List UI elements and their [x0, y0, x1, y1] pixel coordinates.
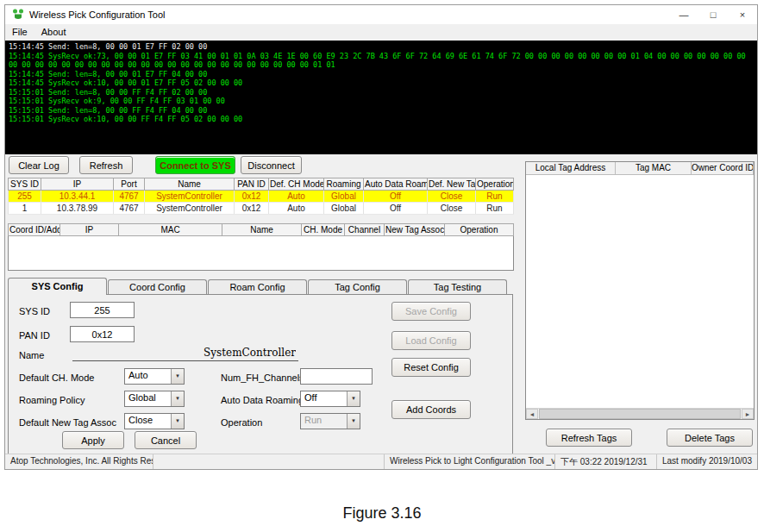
table-cell: 10.3.44.1 [41, 191, 114, 203]
column-header[interactable]: Operation [476, 178, 514, 191]
tab-roam-config[interactable]: Roam Config [208, 279, 307, 295]
table-cell: Auto [269, 191, 324, 203]
table-row[interactable]: 25510.3.44.14767SystemController0x12Auto… [9, 191, 514, 203]
auto-data-roaming-select[interactable]: Off ▼ [300, 391, 360, 407]
load-config-button: Load Config [391, 331, 471, 350]
figure-caption: Figure 3.16 [0, 504, 764, 523]
table-cell: Run [476, 203, 514, 215]
table-cell: 1 [9, 203, 41, 215]
column-header[interactable]: Name [222, 224, 302, 236]
menu-file[interactable]: File [5, 24, 34, 41]
column-header[interactable]: PAN ID [235, 178, 269, 191]
status-filler [153, 454, 385, 469]
tag-buttons: Refresh Tags Delete Tags [525, 429, 755, 447]
titlebar: Wireless Pick Configuration Tool — □ × [5, 5, 757, 24]
table-cell: Off [364, 191, 428, 203]
auto-data-roaming-label: Auto Data Roaming [221, 395, 304, 405]
column-header[interactable]: Channel [345, 224, 385, 236]
sys-controller-table[interactable]: SYS IDIPPortNamePAN IDDef. CH ModeRoamin… [8, 178, 514, 215]
log-line: 15:15:01 SysRecv ok:9, 00 00 FF F4 FF 03… [9, 97, 754, 106]
log-line: 15:15:01 Send: len=8, 00 00 FF F4 FF 02 … [9, 88, 754, 97]
table-row[interactable]: 110.3.78.994767SystemController0x12AutoG… [9, 203, 514, 215]
default-new-tag-assoc-select[interactable]: Close ▼ [124, 413, 185, 429]
tag-column-header[interactable]: Local Tag Address [526, 162, 616, 174]
clear-log-button[interactable]: Clear Log [9, 156, 69, 174]
operation-select: Run ▼ [300, 413, 360, 429]
reset-config-button[interactable]: Reset Config [391, 358, 471, 377]
column-header[interactable]: New Tag Assoc [385, 224, 445, 236]
window-title: Wireless Pick Configuration Tool [29, 9, 166, 20]
menu-about[interactable]: About [34, 24, 73, 41]
table-cell: 4767 [114, 191, 145, 203]
status-time: 下午 03:22 2019/12/31 [555, 454, 657, 469]
tag-listview[interactable]: Local Tag AddressTag MACOwner Coord ID ◄… [525, 161, 755, 420]
table-cell: SystemController [145, 203, 235, 215]
operation-value: Run [301, 414, 347, 429]
sys-id-label: SYS ID [19, 306, 50, 316]
log-line: 15:14:45 Send: len=8, 00 00 01 E7 FF 04 … [9, 70, 754, 79]
connect-to-sys-button[interactable]: Connect to SYS [155, 156, 235, 174]
column-header[interactable]: Def. New Tag [428, 178, 476, 191]
default-new-tag-assoc-value: Close [125, 414, 171, 429]
column-header[interactable]: IP [60, 224, 119, 236]
add-coords-button[interactable]: Add Coords [391, 400, 471, 419]
table-cell: Close [428, 203, 476, 215]
tab-sys-config[interactable]: SYS Config [8, 278, 107, 295]
chevron-down-icon: ▼ [171, 414, 184, 429]
scrollbar-thumb[interactable] [539, 409, 741, 419]
sys-id-input[interactable] [70, 302, 135, 318]
delete-tags-button[interactable]: Delete Tags [667, 429, 753, 447]
tab-coord-config[interactable]: Coord Config [108, 279, 207, 295]
apply-button[interactable]: Apply [62, 431, 124, 449]
refresh-button[interactable]: Refresh [79, 156, 133, 174]
config-tab-control: SYS ConfigCoord ConfigRoam ConfigTag Con… [8, 278, 513, 454]
log-line: 15:14:45 SysRecv ok:73, 00 00 01 E7 FF 0… [9, 52, 754, 70]
name-input[interactable] [72, 345, 298, 361]
disconnect-button[interactable]: Disconnect [241, 156, 302, 174]
maximize-button[interactable]: □ [698, 5, 728, 24]
log-console[interactable]: 15:14:45 Send: len=8, 00 00 01 E7 FF 02 … [5, 41, 757, 154]
menubar: File About [5, 24, 757, 41]
tag-panel: Local Tag AddressTag MACOwner Coord ID ◄… [520, 154, 757, 454]
refresh-tags-button[interactable]: Refresh Tags [546, 429, 632, 447]
column-header[interactable]: SYS ID [9, 178, 41, 191]
column-header[interactable]: Coord ID/Addr [9, 224, 60, 236]
column-header[interactable]: MAC [119, 224, 222, 236]
column-header[interactable]: CH. Mode [302, 224, 345, 236]
tab-strip: SYS ConfigCoord ConfigRoam ConfigTag Con… [8, 278, 513, 295]
tab-tag-testing[interactable]: Tag Testing [408, 279, 507, 295]
num-fh-channels-input[interactable] [300, 368, 373, 385]
scroll-right-icon[interactable]: ► [742, 409, 754, 419]
tag-list-header: Local Tag AddressTag MACOwner Coord ID [526, 162, 754, 175]
column-header[interactable]: Operation [445, 224, 514, 236]
chevron-down-icon: ▼ [347, 391, 360, 406]
sys-config-panel: SYS ID PAN ID Name Default CH. Mode Auto… [8, 294, 513, 454]
tag-column-header[interactable]: Owner Coord ID [692, 162, 754, 174]
column-header[interactable]: Name [145, 178, 235, 191]
cancel-button[interactable]: Cancel [135, 431, 197, 449]
column-header[interactable]: Port [114, 178, 145, 191]
roaming-policy-label: Roaming Policy [19, 395, 85, 405]
scroll-left-icon[interactable]: ◄ [526, 409, 538, 419]
minimize-button[interactable]: — [669, 5, 698, 24]
column-header[interactable]: Def. CH Mode [269, 178, 324, 191]
left-panel: Clear Log Refresh Connect to SYS Disconn… [5, 154, 520, 454]
default-ch-mode-label: Default CH. Mode [19, 372, 94, 383]
coordinator-table[interactable]: Coord ID/AddrIPMACNameCH. ModeChannelNew… [8, 223, 514, 271]
column-header[interactable]: Roaming [324, 178, 364, 191]
horizontal-scrollbar: ◄ ► [526, 408, 754, 419]
tab-tag-config[interactable]: Tag Config [308, 279, 407, 295]
table-cell: Global [324, 203, 364, 215]
close-button[interactable]: × [728, 5, 757, 24]
table-cell: 255 [9, 191, 41, 203]
pan-id-input[interactable] [70, 326, 135, 342]
log-line: 15:15:01 SysRecv ok:10, 00 00 FF F4 FF 0… [9, 115, 754, 124]
column-header[interactable]: Auto Data Roam [364, 178, 428, 191]
column-header[interactable]: IP [41, 178, 114, 191]
pan-id-label: PAN ID [19, 330, 50, 341]
status-copyright: Atop Technologies, Inc. All Rights Reser… [5, 454, 153, 469]
tag-column-header[interactable]: Tag MAC [616, 162, 692, 174]
roaming-policy-select[interactable]: Global ▼ [124, 391, 185, 407]
chevron-down-icon: ▼ [347, 414, 360, 429]
default-ch-mode-select[interactable]: Auto ▼ [124, 368, 185, 385]
